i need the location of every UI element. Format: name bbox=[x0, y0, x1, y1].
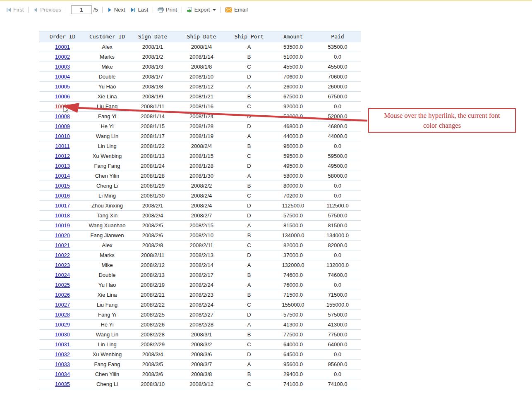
table-row: 10032Xu Wenbing2008/3/42008/3/6D64500.00… bbox=[39, 350, 361, 360]
table-cell: 2008/1/24 bbox=[129, 161, 177, 171]
order-id-link[interactable]: 10022 bbox=[55, 252, 70, 258]
order-id-link[interactable]: 10030 bbox=[55, 331, 70, 338]
table-cell: A bbox=[226, 42, 272, 52]
table-cell: 2008/1/28 bbox=[177, 161, 226, 171]
table-cell: 2008/3/2 bbox=[177, 340, 226, 350]
table-cell: 82000.0 bbox=[314, 241, 361, 250]
table-cell: Lin Ling bbox=[86, 141, 129, 151]
table-cell: 2008/2/27 bbox=[177, 310, 226, 320]
table-cell: 132000.0 bbox=[314, 260, 361, 270]
order-id-link[interactable]: 10017 bbox=[55, 202, 70, 209]
table-cell: 2008/2/28 bbox=[177, 320, 226, 330]
page-number-input[interactable] bbox=[71, 5, 92, 14]
table-cell: 2008/1/21 bbox=[177, 92, 226, 102]
order-id-link[interactable]: 10020 bbox=[55, 232, 70, 238]
table-row: 10034Chen Yilin2008/3/62008/3/8B29400.00… bbox=[39, 369, 361, 379]
table-cell: 2008/1/8 bbox=[177, 62, 226, 72]
table-row: 10026Xie Lina2008/2/212008/2/23B71500.07… bbox=[39, 290, 361, 300]
table-cell: 2008/3/6 bbox=[177, 350, 226, 360]
order-id-cell: 10028 bbox=[39, 310, 86, 320]
column-header: Paid bbox=[314, 31, 361, 42]
order-id-link[interactable]: 10011 bbox=[55, 143, 69, 149]
order-id-link[interactable]: 10028 bbox=[55, 312, 70, 318]
page-total-label: /5 bbox=[93, 7, 98, 13]
table-cell: Double bbox=[86, 270, 129, 280]
table-cell: Liu Fang bbox=[86, 300, 129, 310]
order-id-link[interactable]: 10007 bbox=[55, 103, 70, 110]
table-cell: 2008/3/8 bbox=[177, 369, 226, 379]
order-id-link[interactable]: 10031 bbox=[55, 341, 70, 348]
order-id-link[interactable]: 10024 bbox=[55, 272, 70, 278]
order-id-link[interactable]: 10026 bbox=[55, 292, 70, 298]
table-cell: 41300.0 bbox=[272, 320, 314, 330]
order-id-link[interactable]: 10029 bbox=[55, 322, 70, 328]
order-id-link[interactable]: 10001 bbox=[55, 44, 70, 50]
order-id-link[interactable]: 10035 bbox=[55, 381, 70, 387]
order-id-link[interactable]: 10010 bbox=[55, 133, 70, 139]
table-cell: 49500.0 bbox=[314, 161, 361, 171]
table-cell: Fang Jianwen bbox=[86, 231, 129, 241]
table-cell: D bbox=[226, 350, 272, 360]
first-button[interactable]: First bbox=[6, 7, 24, 13]
table-row: 10010Wang Lin2008/1/172008/1/19A44000.04… bbox=[39, 131, 361, 141]
order-id-link[interactable]: 10034 bbox=[55, 371, 70, 377]
order-id-link[interactable]: 10004 bbox=[55, 74, 70, 80]
order-id-cell: 10022 bbox=[39, 250, 86, 260]
table-cell: 2008/1/10 bbox=[177, 72, 226, 82]
table-cell: 46800.0 bbox=[272, 121, 314, 131]
order-id-link[interactable]: 10015 bbox=[55, 183, 70, 189]
table-cell: C bbox=[226, 62, 272, 72]
first-button-label: First bbox=[13, 7, 24, 13]
order-id-link[interactable]: 10016 bbox=[55, 193, 70, 199]
table-row: 10008Fang Yi2008/1/142008/1/24D52000.052… bbox=[39, 112, 361, 121]
order-id-cell: 10007 bbox=[39, 102, 86, 112]
order-id-link[interactable]: 10002 bbox=[55, 54, 70, 60]
table-row: 10002Marks2008/1/22008/1/14B51000.00.0 bbox=[39, 52, 361, 62]
order-id-cell: 10015 bbox=[39, 181, 86, 191]
table-cell: C bbox=[226, 340, 272, 350]
order-id-link[interactable]: 10032 bbox=[55, 351, 70, 357]
order-id-link[interactable]: 10018 bbox=[55, 212, 70, 219]
order-id-link[interactable]: 10006 bbox=[55, 93, 70, 100]
print-button-label: Print bbox=[166, 7, 177, 13]
order-id-cell: 10014 bbox=[39, 171, 86, 181]
table-cell: 2008/1/30 bbox=[177, 171, 226, 181]
order-id-link[interactable]: 10014 bbox=[55, 173, 70, 179]
order-id-link[interactable]: 10012 bbox=[55, 153, 70, 159]
table-header-row: Order IDCustomer IDSign DateShip DateShi… bbox=[39, 31, 361, 42]
table-cell: 2008/2/5 bbox=[129, 221, 177, 231]
table-cell: 112500.0 bbox=[272, 201, 314, 211]
order-id-link[interactable]: 10025 bbox=[55, 282, 70, 288]
table-cell: 52000.0 bbox=[272, 112, 314, 121]
order-id-link[interactable]: 10009 bbox=[55, 123, 70, 129]
email-button[interactable]: Email bbox=[225, 7, 248, 13]
order-id-cell: 10027 bbox=[39, 300, 86, 310]
table-cell: C bbox=[226, 151, 272, 161]
print-button[interactable]: Print bbox=[158, 7, 177, 13]
last-button[interactable]: Last bbox=[131, 7, 148, 13]
order-id-link[interactable]: 10003 bbox=[55, 64, 70, 70]
table-row: 10020Fang Jianwen2008/2/62008/2/10B13400… bbox=[39, 231, 361, 241]
table-cell: B bbox=[226, 330, 272, 340]
table-cell: 2008/1/19 bbox=[177, 131, 226, 141]
order-id-link[interactable]: 10019 bbox=[55, 222, 70, 229]
column-header: Customer ID bbox=[86, 31, 129, 42]
order-id-cell: 10003 bbox=[39, 62, 86, 72]
order-id-link[interactable]: 10021 bbox=[55, 242, 70, 248]
order-id-link[interactable]: 10027 bbox=[55, 302, 70, 308]
table-row: 10025Yu Hao2008/2/192008/2/24A76000.00.0 bbox=[39, 280, 361, 290]
order-id-link[interactable]: 10005 bbox=[55, 83, 70, 90]
export-button[interactable]: Export bbox=[187, 7, 216, 13]
previous-button[interactable]: Previous bbox=[33, 7, 61, 13]
order-id-link[interactable]: 10033 bbox=[55, 361, 70, 367]
table-cell: Yu Hao bbox=[86, 82, 129, 92]
table-row: 10033Fang Fang2008/3/52008/3/7A95600.095… bbox=[39, 360, 361, 369]
order-id-link[interactable]: 10013 bbox=[55, 163, 70, 169]
orders-table: Order IDCustomer IDSign DateShip DateShi… bbox=[39, 31, 361, 389]
next-button[interactable]: Next bbox=[107, 7, 125, 13]
order-id-link[interactable]: 10008 bbox=[55, 113, 70, 119]
table-cell: D bbox=[226, 161, 272, 171]
order-id-link[interactable]: 10023 bbox=[55, 262, 70, 268]
table-cell: 74100.0 bbox=[272, 379, 314, 389]
table-cell: D bbox=[226, 250, 272, 260]
